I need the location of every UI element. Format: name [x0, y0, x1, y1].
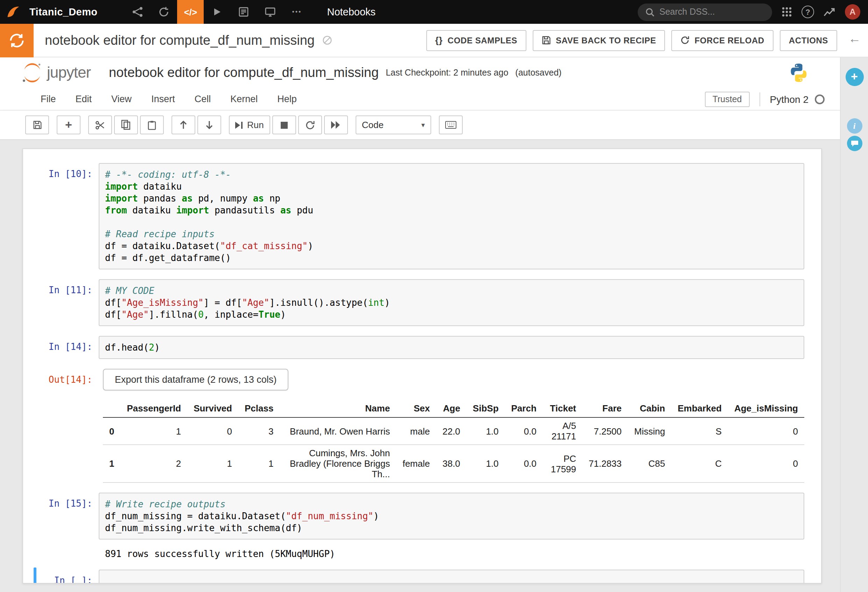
project-name[interactable]: Titanic_Demo: [30, 6, 97, 18]
code-cell[interactable]: In [11]:# MY CODEdf["Age_isMissing"] = d…: [23, 279, 804, 326]
cut-cell-button[interactable]: [88, 115, 112, 134]
code-input[interactable]: # Write recipe outputsdf_num_missing = d…: [99, 493, 804, 539]
cell-type-select[interactable]: Code ▾: [356, 115, 431, 134]
menu-edit[interactable]: Edit: [75, 94, 92, 104]
collapse-panel-arrow-icon[interactable]: ←: [849, 31, 861, 46]
menu-help[interactable]: Help: [277, 94, 297, 104]
trend-icon[interactable]: [823, 7, 836, 17]
jobs-play-icon[interactable]: [204, 0, 230, 24]
code-input[interactable]: # -*- coding: utf-8 -*-import dataikuimp…: [99, 163, 804, 269]
fast-forward-icon: [331, 121, 341, 129]
table-cell: 38.0: [436, 445, 466, 483]
table-cell: 22.0: [436, 417, 466, 445]
column-header: Survived: [187, 400, 238, 417]
column-header: Name: [280, 400, 396, 417]
restart-kernel-button[interactable]: [298, 115, 322, 134]
dashboard-icon[interactable]: [257, 0, 283, 24]
cell-prompt: In [15]:: [23, 493, 99, 560]
menu-cell[interactable]: Cell: [195, 94, 211, 104]
recipe-icon[interactable]: [0, 24, 34, 57]
interrupt-kernel-button[interactable]: [272, 115, 296, 134]
code-input[interactable]: df.head(2): [99, 336, 804, 359]
step-forward-icon: [235, 121, 243, 129]
column-header: Embarked: [671, 400, 728, 417]
code-cell[interactable]: In [10]:# -*- coding: utf-8 -*-import da…: [23, 163, 804, 269]
info-panel-button[interactable]: i: [847, 118, 862, 134]
more-icon[interactable]: •••: [283, 0, 310, 24]
table-cell: 0.0: [505, 445, 543, 483]
right-action-strip: + i: [840, 57, 868, 592]
paste-cell-button[interactable]: [140, 115, 164, 134]
export-dataframe-button[interactable]: Export this dataframe (2 rows, 13 cols): [103, 369, 288, 390]
plus-icon: +: [851, 70, 858, 84]
search-input[interactable]: [659, 7, 765, 17]
notebook-scroll-area[interactable]: In [10]:# -*- coding: utf-8 -*-import da…: [0, 140, 840, 592]
command-palette-button[interactable]: [439, 115, 463, 134]
apps-grid-icon[interactable]: [781, 6, 793, 18]
dataiku-logo-icon[interactable]: [0, 0, 27, 24]
move-cell-up-button[interactable]: [171, 115, 195, 134]
logs-list-icon[interactable]: [230, 0, 257, 24]
code-cell[interactable]: In [15]:# Write recipe outputsdf_num_mis…: [23, 493, 804, 560]
column-header: Fare: [582, 400, 628, 417]
column-header: PassengerId: [120, 400, 187, 417]
scissors-icon: [95, 120, 105, 130]
code-samples-button[interactable]: {} CODE SAMPLES: [426, 30, 526, 51]
column-header: Age: [436, 400, 466, 417]
menu-file[interactable]: File: [41, 94, 56, 104]
add-panel-button[interactable]: +: [845, 68, 864, 86]
menu-insert[interactable]: Insert: [151, 94, 175, 104]
help-icon[interactable]: ?: [802, 6, 814, 18]
menu-view[interactable]: View: [111, 94, 131, 104]
run-cell-button[interactable]: Run: [229, 115, 270, 134]
actions-button[interactable]: ACTIONS: [780, 30, 837, 51]
output-cell[interactable]: Out[14]:Export this dataframe (2 rows, 1…: [23, 369, 804, 483]
code-cell[interactable]: In [14]:df.head(2): [23, 336, 804, 359]
keyboard-icon: [445, 121, 456, 129]
chat-bubble-icon: [850, 140, 859, 147]
code-cell[interactable]: In [ ]:: [23, 570, 804, 584]
notebook-title[interactable]: notebook editor for compute_df_num_missi…: [109, 65, 379, 81]
menu-kernel[interactable]: Kernel: [230, 94, 258, 104]
table-cell: female: [396, 445, 436, 483]
autosave-text: (autosaved): [515, 68, 561, 78]
search-box[interactable]: [638, 3, 772, 21]
jupyter-logo-icon: [21, 62, 43, 83]
jupyter-logo[interactable]: jupyter: [21, 62, 91, 83]
column-header: SibSp: [466, 400, 505, 417]
jupyter-frame: jupyter notebook editor for compute_df_n…: [0, 57, 840, 592]
table-cell: 1.0: [466, 445, 505, 483]
code-input[interactable]: [99, 570, 804, 584]
trusted-button[interactable]: Trusted: [705, 91, 750, 107]
comments-panel-button[interactable]: [847, 136, 862, 151]
section-label-notebooks[interactable]: Notebooks: [327, 6, 376, 18]
lab-icon[interactable]: [151, 0, 177, 24]
force-reload-button[interactable]: FORCE RELOAD: [672, 30, 774, 51]
copy-cell-button[interactable]: [114, 115, 138, 134]
move-cell-down-button[interactable]: [198, 115, 221, 134]
code-notebooks-icon[interactable]: </>: [177, 0, 204, 24]
add-cell-button[interactable]: +: [57, 115, 81, 134]
top-nav-icons: </> •••: [124, 0, 310, 24]
row-index: 0: [103, 417, 120, 445]
save-back-to-recipe-button[interactable]: SAVE BACK TO RECIPE: [533, 30, 665, 51]
table-cell: 2: [120, 445, 187, 483]
cell-prompt: In [11]:: [23, 279, 99, 326]
flow-icon[interactable]: [124, 0, 151, 24]
column-header: Pclass: [238, 400, 280, 417]
table-cell: C85: [628, 445, 671, 483]
cell-text-output: 891 rows successfully written (5KMuqMUHG…: [105, 548, 804, 560]
table-row: 1211Cumings, Mrs. John Bradley (Florence…: [103, 445, 804, 483]
cell-prompt: In [10]:: [23, 163, 99, 269]
code-samples-label: CODE SAMPLES: [448, 35, 517, 45]
reload-icon: [681, 36, 690, 45]
plus-icon: +: [65, 119, 72, 131]
user-avatar[interactable]: A: [845, 4, 860, 19]
code-input[interactable]: # MY CODEdf["Age_isMissing"] = df["Age"]…: [99, 279, 804, 326]
notebook-document: In [10]:# -*- coding: utf-8 -*-import da…: [22, 148, 822, 584]
more-glyph: •••: [292, 8, 302, 15]
restart-run-all-button[interactable]: [324, 115, 348, 134]
save-notebook-button[interactable]: [25, 115, 49, 134]
avatar-letter: A: [849, 7, 855, 17]
arrow-up-icon: [179, 120, 187, 130]
